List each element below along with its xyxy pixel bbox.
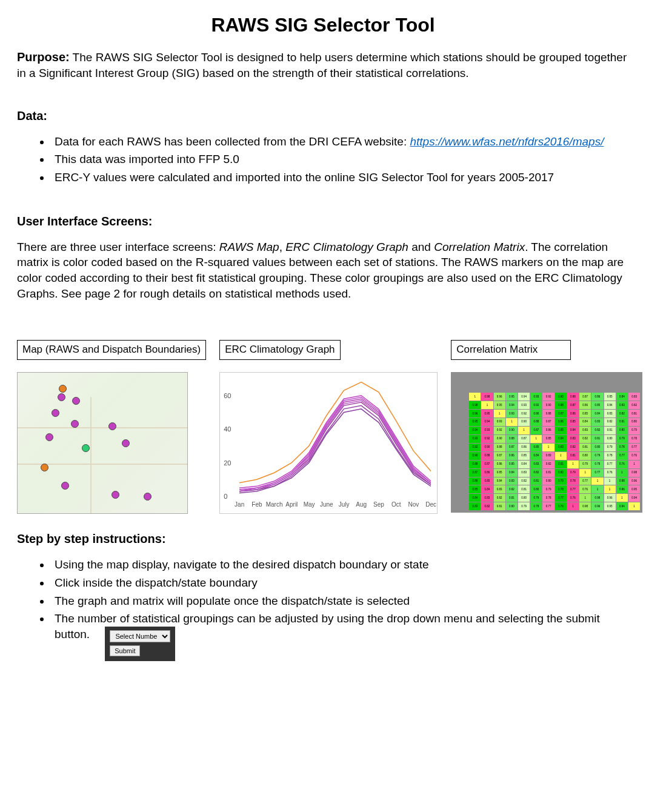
matrix-cell: 0.82: [542, 461, 554, 468]
matrix-cell: 0.79: [579, 461, 591, 468]
matrix-cell: 0.80: [518, 494, 530, 502]
matrix-cell: 0.92: [481, 435, 493, 443]
submit-button[interactable]: Submit: [110, 645, 140, 656]
matrix-cell: 0.85: [530, 444, 542, 451]
matrix-cell: 0.86: [481, 469, 493, 477]
matrix-cell: 0.86: [555, 418, 567, 426]
matrix-cell: 1: [604, 485, 616, 493]
matrix-cell: 0.94: [518, 393, 530, 401]
matrix-cell: 0.87: [481, 461, 493, 468]
matrix-cell: 0.90: [506, 427, 518, 434]
matrix-cell: 1: [494, 410, 505, 418]
matrix-cell: 0.84: [530, 452, 542, 460]
groupings-select[interactable]: Select Number: [110, 630, 170, 642]
cefa-link[interactable]: https://www.wfas.net/nfdrs2016/maps/: [410, 135, 604, 148]
matrix-cell: 0.93: [494, 418, 505, 426]
matrix-cell: 0.93: [469, 435, 481, 443]
matrix-cell: 0.88: [555, 401, 567, 409]
matrix-cell: 0.87: [518, 435, 530, 443]
matrix-cell: 1: [518, 427, 530, 434]
matrix-cell: 1: [628, 461, 640, 468]
x-tick: Dec: [425, 501, 436, 509]
matrix-cell: 0.81: [518, 485, 530, 493]
chart-panel-label: ERC Climatology Graph: [219, 340, 340, 360]
matrix-cell: 0.92: [494, 427, 505, 434]
matrix-cell: 0.76: [628, 452, 640, 460]
matrix-cell: 0.96: [494, 393, 505, 401]
matrix-cell: 1: [506, 418, 518, 426]
list-item: The graph and matrix will populate once …: [51, 593, 629, 609]
matrix-cell: 0.85: [494, 469, 505, 477]
matrix-cell: 0.79: [567, 469, 579, 477]
matrix-cell: 1: [628, 502, 640, 510]
matrix-cell: 0.77: [591, 469, 603, 477]
matrix-cell: 0.98: [616, 478, 628, 485]
matrix-cell: 1: [604, 478, 616, 485]
data-label: Data:: [17, 109, 47, 122]
matrix-cell: 0.92: [469, 444, 481, 451]
matrix-cell: 0.94: [481, 418, 493, 426]
list-item: This data was imported into FFP 5.0: [51, 151, 629, 167]
matrix-cell: 0.84: [604, 401, 616, 409]
matrix-cell: 0.81: [542, 469, 554, 477]
raws-map[interactable]: [17, 372, 188, 514]
matrix-cell: 0.98: [628, 469, 640, 477]
ui-screens-text: There are three user interface screens: …: [17, 239, 629, 302]
matrix-cell: 0.93: [481, 427, 493, 434]
purpose-text: The RAWS SIG Selector Tool is designed t…: [17, 51, 627, 79]
matrix-cell: 0.86: [579, 401, 591, 409]
matrix-cell: 0.85: [604, 393, 616, 401]
matrix-cell: 0.94: [616, 502, 628, 510]
page-title: RAWS SIG Selector Tool: [17, 12, 629, 38]
matrix-cell: 0.95: [494, 401, 505, 409]
list-item: Click inside the dispatch/state boundary: [51, 575, 629, 591]
matrix-cell: 0.83: [494, 485, 505, 493]
matrix-cell: 0.83: [567, 435, 579, 443]
matrix-cell: 0.82: [494, 494, 505, 502]
matrix-cell: 0.84: [579, 418, 591, 426]
matrix-cell: 0.86: [591, 393, 603, 401]
matrix-cell: 0.83: [604, 410, 616, 418]
matrix-cell: 0.79: [591, 452, 603, 460]
matrix-cell: 0.90: [555, 393, 567, 401]
matrix-cell: 0.81: [506, 494, 518, 502]
matrix-cell: 0.79: [604, 444, 616, 451]
x-tick: July: [339, 501, 350, 509]
matrix-cell: 0.79: [530, 494, 542, 502]
matrix-cell: 0.76: [604, 469, 616, 477]
matrix-cell: 0.82: [628, 401, 640, 409]
matrix-cell: 0.76: [555, 502, 567, 510]
x-tick: March: [266, 501, 283, 509]
matrix-cell: 0.83: [469, 502, 481, 510]
matrix-cell: 0.76: [579, 485, 591, 493]
matrix-cell: 0.96: [628, 478, 640, 485]
dispatch-boundary[interactable]: [25, 382, 170, 506]
matrix-cell: 0.77: [567, 485, 579, 493]
matrix-cell: 1: [591, 485, 603, 493]
matrix-cell: 1: [616, 469, 628, 477]
x-tick: Jan: [235, 501, 244, 509]
matrix-cell: 0.81: [591, 435, 603, 443]
matrix-cell: 0.84: [591, 410, 603, 418]
matrix-cell: 0.79: [628, 427, 640, 434]
matrix-cell: 0.87: [494, 452, 505, 460]
matrix-cell: 1: [591, 478, 603, 485]
matrix-cell: 0.93: [530, 393, 542, 401]
matrix-cell: 1: [530, 435, 542, 443]
matrix-cell: 0.83: [518, 469, 530, 477]
matrix-cell: 0.78: [555, 485, 567, 493]
matrix-cell: 0.78: [530, 502, 542, 510]
matrix-cell: 0.95: [469, 418, 481, 426]
matrix-cell: 0.87: [567, 401, 579, 409]
matrix-cell: 0.87: [542, 418, 554, 426]
matrix-cell: 0.88: [567, 393, 579, 401]
matrix-cell: 0.83: [616, 401, 628, 409]
matrix-cell: 0.81: [628, 410, 640, 418]
matrix-cell: 0.90: [469, 452, 481, 460]
matrix-cell: 0.82: [579, 435, 591, 443]
matrix-cell: 0.88: [530, 418, 542, 426]
matrix-cell: 0.86: [506, 452, 518, 460]
matrix-cell: 0.95: [506, 393, 518, 401]
matrix-cell: 0.80: [628, 418, 640, 426]
ui-name-matrix: Correlation Matrix: [434, 241, 525, 253]
